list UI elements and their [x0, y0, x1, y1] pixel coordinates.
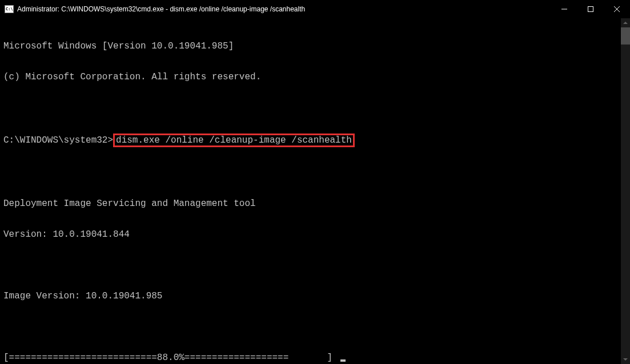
minimize-button[interactable] — [551, 0, 577, 18]
progress-bar-text: [===========================88.0%=======… — [3, 353, 338, 363]
terminal-prompt-line: C:\WINDOWS\system32>dism.exe /online /cl… — [3, 134, 627, 147]
terminal-line: Version: 10.0.19041.844 — [3, 229, 627, 240]
cursor — [340, 359, 346, 362]
svg-marker-5 — [623, 358, 628, 361]
cmd-icon: C:\. — [5, 5, 14, 13]
close-button[interactable] — [604, 0, 630, 18]
window-controls — [551, 0, 630, 18]
svg-marker-4 — [623, 22, 628, 24]
titlebar: C:\. Administrator: C:\WINDOWS\system32\… — [0, 0, 630, 18]
scroll-thumb[interactable] — [621, 27, 630, 45]
terminal-line: Microsoft Windows [Version 10.0.19041.98… — [3, 41, 627, 51]
terminal-line — [3, 168, 627, 178]
terminal-line — [3, 260, 627, 270]
maximize-button[interactable] — [577, 0, 604, 18]
terminal-line: Deployment Image Servicing and Managemen… — [3, 199, 627, 209]
terminal-area[interactable]: Microsoft Windows [Version 10.0.19041.98… — [0, 18, 630, 364]
terminal-line: (c) Microsoft Corporation. All rights re… — [3, 72, 627, 82]
scroll-down-button[interactable] — [621, 355, 630, 364]
prompt-text: C:\WINDOWS\system32> — [3, 135, 113, 145]
terminal-content: Microsoft Windows [Version 10.0.19041.98… — [0, 18, 630, 364]
highlighted-command: dism.exe /online /cleanup-image /scanhea… — [113, 134, 355, 147]
terminal-line — [3, 322, 627, 332]
progress-line: [===========================88.0%=======… — [3, 353, 627, 363]
svg-rect-1 — [588, 7, 593, 12]
terminal-line: Image Version: 10.0.19041.985 — [3, 291, 627, 301]
scrollbar[interactable] — [621, 18, 630, 364]
window-title: Administrator: C:\WINDOWS\system32\cmd.e… — [17, 5, 305, 13]
terminal-line — [3, 103, 627, 113]
scroll-up-button[interactable] — [621, 18, 630, 27]
titlebar-left: C:\. Administrator: C:\WINDOWS\system32\… — [5, 5, 305, 13]
